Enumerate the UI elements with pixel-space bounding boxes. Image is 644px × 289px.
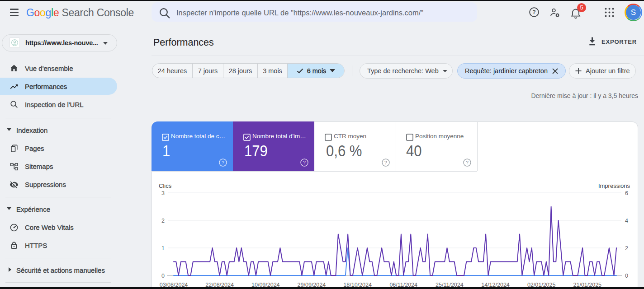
svg-text:1: 1 [161, 245, 165, 252]
svg-text:0: 0 [625, 273, 628, 279]
svg-text:0: 0 [161, 273, 165, 279]
svg-text:Clics: Clics [159, 182, 172, 189]
svg-text:Impressions: Impressions [598, 182, 630, 189]
svg-text:2: 2 [625, 245, 628, 252]
svg-text:3: 3 [161, 190, 165, 196]
svg-text:6: 6 [625, 190, 628, 196]
svg-text:2: 2 [161, 218, 165, 224]
svg-text:4: 4 [625, 218, 628, 224]
